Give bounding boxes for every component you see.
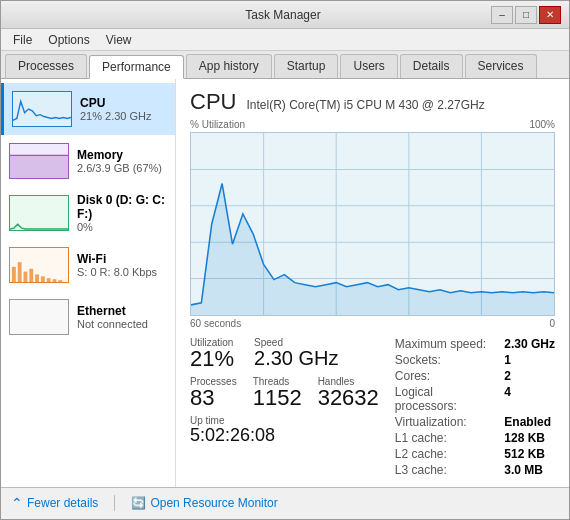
maximize-button[interactable]: □ xyxy=(515,6,537,24)
virtualization-value: Enabled xyxy=(504,415,555,429)
sockets-value: 1 xyxy=(504,353,555,367)
svg-rect-9 xyxy=(35,274,39,282)
tab-services[interactable]: Services xyxy=(465,54,537,78)
threads-value: 1152 xyxy=(253,387,302,409)
wifi-mini-graph xyxy=(9,247,69,283)
stats-left: Utilization 21% Speed 2.30 GHz Processes… xyxy=(190,337,379,477)
svg-rect-14 xyxy=(10,300,68,334)
memory-subtitle: 2.6/3.9 GB (67%) xyxy=(77,162,162,174)
ethernet-info: Ethernet Not connected xyxy=(77,304,148,330)
utilization-value: 21% xyxy=(190,348,234,370)
cores-value: 2 xyxy=(504,369,555,383)
processes-stat: Processes 83 xyxy=(190,376,237,409)
utilization-label: % Utilization xyxy=(190,119,245,130)
menu-options[interactable]: Options xyxy=(40,31,97,49)
main-content: CPU 21% 2.30 GHz Memory 2.6/3.9 GB (67%) xyxy=(1,79,569,487)
chevron-up-icon: ⌃ xyxy=(11,495,23,511)
threads-stat: Threads 1152 xyxy=(253,376,302,409)
cpu-title: CPU xyxy=(80,96,152,110)
resource-monitor-link[interactable]: 🔄 Open Resource Monitor xyxy=(131,496,277,510)
sidebar-item-wifi[interactable]: Wi-Fi S: 0 R: 8.0 Kbps xyxy=(1,239,175,291)
cores-label: Cores: xyxy=(395,369,488,383)
svg-rect-13 xyxy=(58,280,62,282)
tab-app-history[interactable]: App history xyxy=(186,54,272,78)
svg-rect-2 xyxy=(10,155,68,178)
minimize-button[interactable]: – xyxy=(491,6,513,24)
stats-grid: Utilization 21% Speed 2.30 GHz Processes… xyxy=(190,337,555,477)
ethernet-title: Ethernet xyxy=(77,304,148,318)
processes-row: Processes 83 Threads 1152 Handles 32632 xyxy=(190,376,379,409)
handles-value: 32632 xyxy=(318,387,379,409)
l1-value: 128 KB xyxy=(504,431,555,445)
svg-rect-10 xyxy=(41,276,45,282)
sidebar-item-disk[interactable]: Disk 0 (D: G: C: F:) 0% xyxy=(1,187,175,239)
cpu-header: CPU Intel(R) Core(TM) i5 CPU M 430 @ 2.2… xyxy=(190,89,555,115)
svg-rect-5 xyxy=(12,267,16,282)
l2-label: L2 cache: xyxy=(395,447,488,461)
cpu-subtitle: 21% 2.30 GHz xyxy=(80,110,152,122)
tab-performance[interactable]: Performance xyxy=(89,55,184,79)
handles-stat: Handles 32632 xyxy=(318,376,379,409)
disk-title: Disk 0 (D: G: C: F:) xyxy=(77,193,167,221)
tab-users[interactable]: Users xyxy=(340,54,397,78)
cpu-info: CPU 21% 2.30 GHz xyxy=(80,96,152,122)
utilization-stat: Utilization 21% xyxy=(190,337,234,370)
memory-mini-graph xyxy=(9,143,69,179)
menu-view[interactable]: View xyxy=(98,31,140,49)
zero-label: 0 xyxy=(549,318,555,329)
wifi-title: Wi-Fi xyxy=(77,252,157,266)
svg-rect-6 xyxy=(18,262,22,282)
chart-bottom-labels: 60 seconds 0 xyxy=(190,318,555,329)
cpu-mini-graph xyxy=(12,91,72,127)
sidebar: CPU 21% 2.30 GHz Memory 2.6/3.9 GB (67%) xyxy=(1,79,176,487)
logical-label: Logical processors: xyxy=(395,385,488,413)
utilization-speed-row: Utilization 21% Speed 2.30 GHz xyxy=(190,337,379,370)
menu-bar: File Options View xyxy=(1,29,569,51)
window-controls[interactable]: – □ ✕ xyxy=(491,6,561,24)
tab-bar: Processes Performance App history Startu… xyxy=(1,51,569,79)
l2-value: 512 KB xyxy=(504,447,555,461)
sidebar-item-memory[interactable]: Memory 2.6/3.9 GB (67%) xyxy=(1,135,175,187)
window-title: Task Manager xyxy=(75,8,491,22)
svg-rect-0 xyxy=(13,92,71,126)
l3-label: L3 cache: xyxy=(395,463,488,477)
virtualization-label: Virtualization: xyxy=(395,415,488,429)
logical-value: 4 xyxy=(504,385,555,413)
max-speed-label: Maximum speed: xyxy=(395,337,488,351)
tab-processes[interactable]: Processes xyxy=(5,54,87,78)
svg-rect-8 xyxy=(29,269,33,282)
bottom-divider xyxy=(114,495,115,511)
fewer-details-link[interactable]: ⌃ Fewer details xyxy=(11,495,98,511)
resource-monitor-label: Open Resource Monitor xyxy=(150,496,277,510)
stats-right: Maximum speed: 2.30 GHz Sockets: 1 Cores… xyxy=(395,337,555,477)
bottom-bar: ⌃ Fewer details 🔄 Open Resource Monitor xyxy=(1,487,569,517)
wifi-subtitle: S: 0 R: 8.0 Kbps xyxy=(77,266,157,278)
max-speed-value: 2.30 GHz xyxy=(504,337,555,351)
time-label: 60 seconds xyxy=(190,318,241,329)
memory-title: Memory xyxy=(77,148,162,162)
fewer-details-label: Fewer details xyxy=(27,496,98,510)
svg-rect-12 xyxy=(53,279,57,282)
title-bar: Task Manager – □ ✕ xyxy=(1,1,569,29)
tab-startup[interactable]: Startup xyxy=(274,54,339,78)
disk-mini-graph xyxy=(9,195,69,231)
sidebar-item-cpu[interactable]: CPU 21% 2.30 GHz xyxy=(1,83,175,135)
close-button[interactable]: ✕ xyxy=(539,6,561,24)
sockets-label: Sockets: xyxy=(395,353,488,367)
svg-rect-11 xyxy=(47,278,51,282)
l3-value: 3.0 MB xyxy=(504,463,555,477)
sidebar-item-ethernet[interactable]: Ethernet Not connected xyxy=(1,291,175,343)
uptime-value: 5:02:26:08 xyxy=(190,426,379,444)
chart-top-labels: % Utilization 100% xyxy=(190,119,555,130)
speed-stat: Speed 2.30 GHz xyxy=(254,337,338,370)
cpu-processor-name: Intel(R) Core(TM) i5 CPU M 430 @ 2.27GHz xyxy=(246,98,484,112)
l1-label: L1 cache: xyxy=(395,431,488,445)
disk-info: Disk 0 (D: G: C: F:) 0% xyxy=(77,193,167,233)
tab-details[interactable]: Details xyxy=(400,54,463,78)
cpu-panel: CPU Intel(R) Core(TM) i5 CPU M 430 @ 2.2… xyxy=(176,79,569,487)
speed-value: 2.30 GHz xyxy=(254,348,338,368)
menu-file[interactable]: File xyxy=(5,31,40,49)
memory-info: Memory 2.6/3.9 GB (67%) xyxy=(77,148,162,174)
svg-rect-7 xyxy=(24,272,28,282)
max-label: 100% xyxy=(529,119,555,130)
